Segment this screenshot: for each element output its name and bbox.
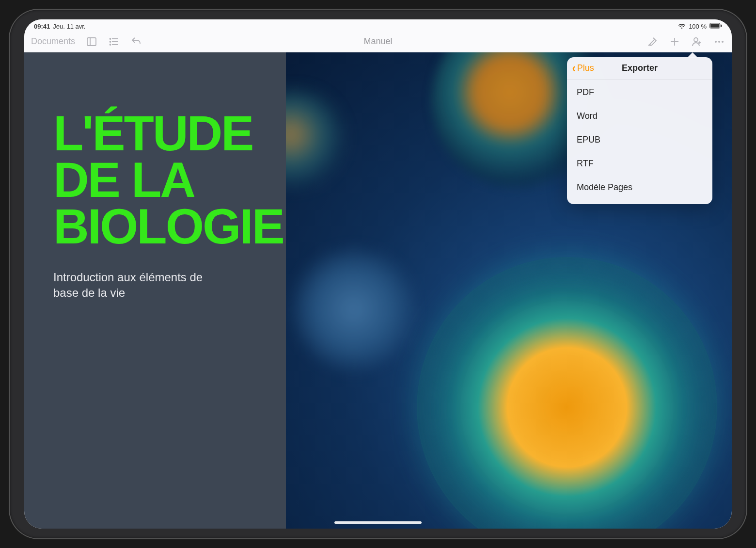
export-options-list: PDF Word EPUB RTF Modèle Pages	[567, 80, 712, 204]
home-indicator[interactable]	[334, 521, 422, 524]
collaborate-icon[interactable]	[691, 36, 703, 48]
popover-back-label: Plus	[577, 63, 594, 73]
export-option-pages-template[interactable]: Modèle Pages	[567, 176, 712, 199]
list-view-icon[interactable]	[108, 36, 120, 48]
cell-illustration	[291, 246, 417, 372]
popover-header: ‹ Plus Exporter	[567, 57, 712, 80]
document-subtitle[interactable]: Introduction aux éléments de base de la …	[53, 270, 228, 301]
svg-rect-3	[87, 38, 96, 46]
svg-point-9	[110, 41, 111, 42]
status-bar: 09:41 Jeu. 11 avr. 100 %	[24, 19, 732, 31]
insert-plus-icon[interactable]	[669, 36, 680, 48]
panel-toggle-icon[interactable]	[86, 36, 97, 48]
svg-point-18	[718, 41, 720, 43]
more-ellipsis-icon[interactable]	[713, 36, 725, 48]
export-popover: ‹ Plus Exporter PDF Word EPUB RTF Modèle…	[567, 57, 712, 204]
wifi-icon	[678, 23, 686, 29]
svg-point-19	[722, 41, 724, 43]
svg-point-13	[694, 38, 698, 42]
svg-point-8	[110, 38, 111, 39]
screen: 09:41 Jeu. 11 avr. 100 % Documents	[24, 19, 732, 529]
export-option-epub[interactable]: EPUB	[567, 128, 712, 152]
chevron-left-icon: ‹	[572, 64, 576, 71]
export-option-word[interactable]: Word	[567, 104, 712, 128]
page-left-panel: L'ÉTUDE DE LA BIOLOGIE Introduction aux …	[24, 52, 286, 529]
clock: 09:41	[34, 23, 50, 30]
svg-point-10	[110, 44, 111, 45]
app-toolbar: Documents Manuel	[24, 31, 732, 52]
export-option-rtf[interactable]: RTF	[567, 152, 712, 176]
battery-label: 100 %	[689, 23, 707, 30]
popover-title: Exporter	[622, 63, 658, 73]
document-main-title[interactable]: L'ÉTUDE DE LA BIOLOGIE	[53, 111, 262, 250]
undo-icon[interactable]	[130, 36, 142, 48]
cell-illustration	[417, 257, 717, 529]
ipad-frame: 09:41 Jeu. 11 avr. 100 % Documents	[10, 10, 746, 538]
document-canvas[interactable]: L'ÉTUDE DE LA BIOLOGIE Introduction aux …	[24, 52, 732, 529]
export-option-pdf[interactable]: PDF	[567, 81, 712, 104]
popover-back-button[interactable]: ‹ Plus	[572, 63, 594, 73]
format-brush-icon[interactable]	[646, 36, 658, 48]
cell-illustration	[286, 91, 344, 188]
svg-rect-1	[710, 24, 720, 27]
svg-point-17	[715, 41, 717, 43]
documents-back-button[interactable]: Documents	[31, 36, 75, 47]
document-title: Manuel	[363, 36, 392, 47]
battery-icon	[709, 23, 722, 30]
date-label: Jeu. 11 avr.	[53, 23, 85, 30]
svg-rect-2	[721, 24, 722, 27]
